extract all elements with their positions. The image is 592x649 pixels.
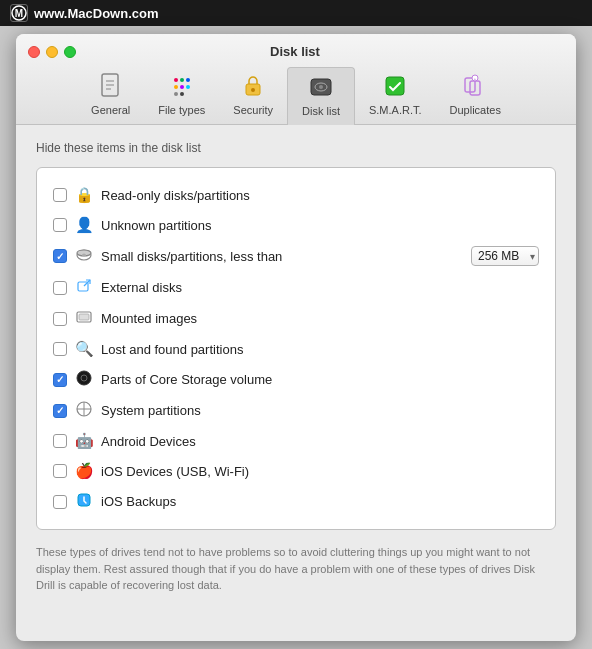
svg-point-7 [180,78,184,82]
unknown-label: Unknown partitions [101,218,539,233]
system-icon [75,401,93,420]
mounted-checkbox[interactable] [53,312,67,326]
list-item: 👤 Unknown partitions [53,210,539,240]
app-window: Disk list General [16,34,576,641]
toolbar: General File types [77,67,515,124]
duplicates-label: Duplicates [450,104,501,116]
ios-backups-checkbox[interactable] [53,495,67,509]
minimize-button[interactable] [46,46,58,58]
external-label: External disks [101,280,539,295]
unknown-checkbox[interactable] [53,218,67,232]
watermark-bar: M www.MacDown.com [0,0,592,26]
list-item: iOS Backups [53,486,539,517]
footer-text: These types of drives tend not to have p… [36,544,556,594]
svg-point-12 [174,92,178,96]
general-label: General [91,104,130,116]
list-item: Parts of Core Storage volume [53,364,539,395]
security-label: Security [233,104,273,116]
external-checkbox[interactable] [53,281,67,295]
content-area: Hide these items in the disk list 🔒 Read… [16,125,576,610]
tab-file-types[interactable]: File types [144,67,219,124]
smart-label: S.M.A.R.T. [369,104,422,116]
disk-list-icon [307,74,335,102]
disk-list-label: Disk list [302,105,340,117]
svg-point-8 [186,78,190,82]
security-icon [239,73,267,101]
unknown-icon: 👤 [75,216,93,234]
duplicates-icon: + [461,73,489,101]
list-item: 🔍 Lost and found partitions [53,334,539,364]
ios-devices-label: iOS Devices (USB, Wi-Fi) [101,464,539,479]
list-item: 🔒 Read-only disks/partitions [53,180,539,210]
mounted-label: Mounted images [101,311,539,326]
tab-general[interactable]: General [77,67,144,124]
watermark-logo: M [10,4,28,22]
svg-rect-19 [386,77,404,95]
titlebar-top: Disk list [28,44,564,59]
small-disks-checkbox[interactable] [53,249,67,263]
list-item: System partitions [53,395,539,426]
core-storage-label: Parts of Core Storage volume [101,372,539,387]
list-item: External disks [53,272,539,303]
svg-point-18 [319,85,323,89]
lost-found-icon: 🔍 [75,340,93,358]
android-checkbox[interactable] [53,434,67,448]
file-types-label: File types [158,104,205,116]
readonly-checkbox[interactable] [53,188,67,202]
list-item: 🍎 iOS Devices (USB, Wi-Fi) [53,456,539,486]
svg-point-11 [186,85,190,89]
small-disks-icon [75,247,93,266]
watermark-text: www.MacDown.com [34,6,158,21]
android-icon: 🤖 [75,432,93,450]
small-disks-label: Small disks/partitions, less than [101,249,463,264]
readonly-icon: 🔒 [75,186,93,204]
mounted-icon [75,309,93,328]
svg-point-13 [180,92,184,96]
svg-point-31 [77,371,91,385]
tab-disk-list[interactable]: Disk list [287,67,355,125]
svg-rect-30 [79,314,89,320]
tab-security[interactable]: Security [219,67,287,124]
list-item: Mounted images [53,303,539,334]
svg-point-6 [174,78,178,82]
svg-text:M: M [15,8,23,19]
file-types-icon [168,73,196,101]
ios-backups-icon [75,492,93,511]
svg-point-9 [174,85,178,89]
core-storage-icon [75,370,93,389]
svg-line-28 [84,280,90,286]
core-storage-checkbox[interactable] [53,373,67,387]
lost-found-checkbox[interactable] [53,342,67,356]
ios-devices-icon: 🍎 [75,462,93,480]
traffic-lights [28,46,76,58]
lost-found-label: Lost and found partitions [101,342,539,357]
titlebar: Disk list General [16,34,576,125]
svg-point-15 [251,88,255,92]
general-icon [97,73,125,101]
tab-duplicates[interactable]: + Duplicates [436,67,515,124]
content-description: Hide these items in the disk list [36,141,556,155]
smart-icon [381,73,409,101]
list-item: Small disks/partitions, less than 64 MB … [53,240,539,272]
list-item: 🤖 Android Devices [53,426,539,456]
svg-point-26 [82,253,86,256]
tab-smart[interactable]: S.M.A.R.T. [355,67,436,124]
system-label: System partitions [101,403,539,418]
options-list: 🔒 Read-only disks/partitions 👤 Unknown p… [36,167,556,530]
android-label: Android Devices [101,434,539,449]
system-checkbox[interactable] [53,404,67,418]
ios-backups-label: iOS Backups [101,494,539,509]
readonly-label: Read-only disks/partitions [101,188,539,203]
close-button[interactable] [28,46,40,58]
window-title: Disk list [76,44,514,59]
svg-point-10 [180,85,184,89]
maximize-button[interactable] [64,46,76,58]
ios-devices-checkbox[interactable] [53,464,67,478]
size-select-input[interactable]: 64 MB 128 MB 256 MB 512 MB 1 GB [471,246,539,266]
external-icon [75,278,93,297]
size-selector[interactable]: 64 MB 128 MB 256 MB 512 MB 1 GB [471,246,539,266]
